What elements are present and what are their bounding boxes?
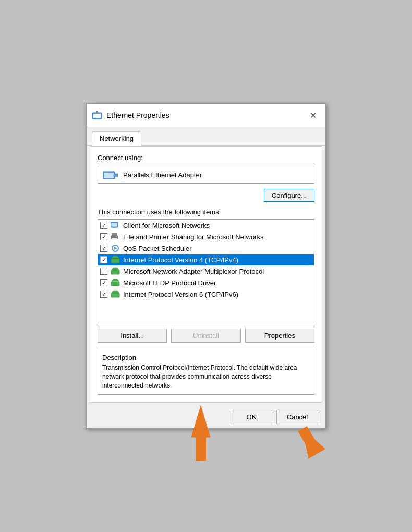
item-icon-qos: [111, 244, 120, 252]
item-label-5: Microsoft LLDP Protocol Driver: [123, 279, 216, 287]
item-icon-multiplexor: [111, 267, 120, 275]
checkbox-3[interactable]: ✓: [100, 256, 107, 263]
item-icon-tcp6: [111, 290, 120, 298]
adapter-name: Parallels Ethernet Adapter: [123, 171, 202, 179]
title-bar: Ethernet Properties ✕: [87, 104, 325, 127]
item-label-6: Internet Protocol Version 6 (TCP/IPv6): [123, 291, 238, 298]
svg-marker-28: [112, 291, 119, 293]
svg-marker-22: [112, 256, 119, 258]
svg-point-18: [116, 236, 117, 237]
checkbox-2[interactable]: ✓: [100, 245, 107, 252]
svg-marker-20: [114, 247, 117, 250]
svg-rect-25: [111, 282, 119, 286]
tabs-container: Networking: [87, 127, 325, 146]
item-label-3: Internet Protocol Version 4 (TCP/IPv4): [123, 256, 238, 264]
svg-rect-17: [112, 238, 117, 240]
svg-rect-30: [196, 434, 206, 461]
item-label-2: QoS Packet Scheduler: [123, 245, 192, 252]
configure-button[interactable]: Configure...: [264, 189, 314, 202]
svg-rect-10: [114, 174, 118, 177]
uninstall-button[interactable]: Uninstall: [171, 329, 240, 343]
item-label-4: Microsoft Network Adapter Multiplexor Pr…: [123, 268, 264, 275]
properties-button[interactable]: Properties: [245, 329, 314, 343]
checkbox-1[interactable]: ✓: [100, 233, 107, 240]
tab-networking[interactable]: Networking: [92, 131, 141, 146]
list-item[interactable]: ✓ Internet Protocol Version 6 (TCP/IPv6): [98, 288, 314, 300]
dialog-footer: OK Cancel: [87, 406, 325, 428]
checkbox-0[interactable]: ✓: [100, 222, 107, 229]
adapter-icon: [103, 170, 118, 180]
dialog-icon: [92, 110, 102, 120]
svg-rect-32: [298, 426, 320, 454]
list-item[interactable]: ✓ QoS Packet Scheduler: [98, 243, 314, 254]
svg-rect-1: [93, 114, 101, 118]
adapter-box: Parallels Ethernet Adapter: [98, 166, 314, 184]
svg-rect-21: [111, 259, 119, 263]
checkbox-4[interactable]: [100, 268, 107, 275]
list-item[interactable]: Microsoft Network Adapter Multiplexor Pr…: [98, 265, 314, 277]
svg-marker-31: [294, 424, 325, 458]
svg-marker-24: [112, 268, 119, 270]
item-label-0: Client for Microsoft Networks: [123, 222, 210, 229]
connect-using-label: Connect using:: [98, 154, 314, 162]
item-label-1: File and Printer Sharing for Microsoft N…: [123, 233, 263, 241]
dialog-content: Connect using: Parallels Ethernet Adapte…: [90, 146, 322, 402]
svg-rect-7: [104, 173, 114, 178]
description-text: Transmission Control Protocol/Internet P…: [102, 364, 310, 390]
list-item-selected[interactable]: ✓ Internet Protocol Version 4 (TCP/IPv4): [98, 254, 314, 265]
install-button[interactable]: Install...: [98, 329, 167, 343]
cancel-button[interactable]: Cancel: [276, 410, 318, 424]
item-icon-lldp: [111, 279, 120, 287]
svg-rect-12: [112, 223, 117, 227]
item-icon-printer: [111, 233, 120, 241]
description-title: Description: [102, 354, 310, 361]
item-icon-network: [111, 221, 120, 229]
list-item[interactable]: ✓ Microsoft LLDP Protocol Driver: [98, 277, 314, 288]
list-item[interactable]: ✓ File and Printer Sharing for Microsoft…: [98, 231, 314, 243]
checkbox-5[interactable]: ✓: [100, 279, 107, 286]
ok-button[interactable]: OK: [231, 410, 272, 424]
description-box: Description Transmission Control Protoco…: [98, 349, 314, 394]
dialog-title: Ethernet Properties: [106, 111, 169, 119]
checkbox-6[interactable]: ✓: [100, 291, 107, 298]
items-label: This connection uses the following items…: [98, 208, 314, 216]
svg-rect-23: [111, 270, 119, 274]
item-icon-tcp4: [111, 256, 120, 264]
svg-rect-27: [111, 293, 119, 297]
svg-point-4: [96, 111, 98, 113]
items-list[interactable]: ✓ Client for Microsoft Networks ✓: [98, 219, 314, 323]
svg-marker-26: [112, 279, 119, 281]
close-button[interactable]: ✕: [306, 108, 320, 123]
action-buttons: Install... Uninstall Properties: [98, 329, 314, 343]
list-item[interactable]: ✓ Client for Microsoft Networks: [98, 220, 314, 231]
